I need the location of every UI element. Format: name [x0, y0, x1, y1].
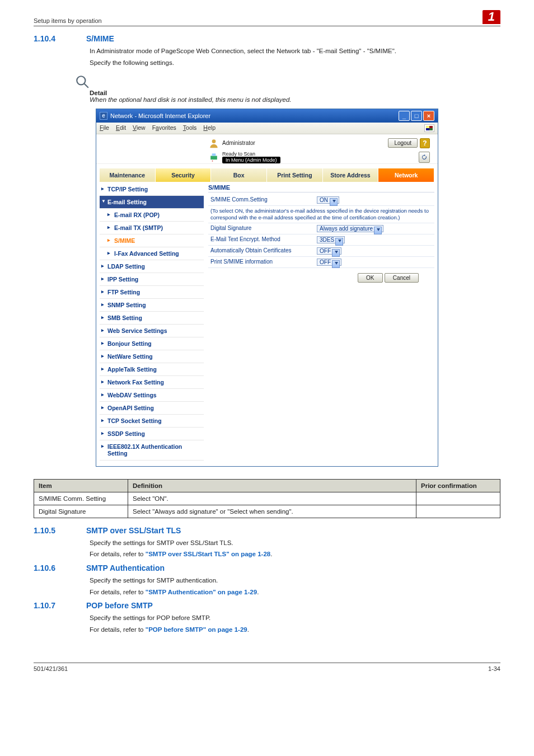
sidebar-item-smb[interactable]: SMB Setting — [100, 312, 204, 325]
tab-security[interactable]: Security — [156, 168, 212, 182]
menu-file[interactable]: File — [100, 124, 109, 132]
cross-ref-link[interactable]: "SMTP over SSL/Start TLS" on page 1-28 — [146, 551, 271, 557]
smime-comm-select[interactable]: ON — [317, 196, 339, 204]
section-number: 1.10.4 — [34, 34, 69, 43]
sidebar-item-bonjour[interactable]: Bonjour Setting — [100, 337, 204, 350]
section-title: S/MIME — [86, 34, 114, 43]
cfg-label: S/MIME Comm.Setting — [208, 195, 315, 206]
svg-point-5 — [212, 160, 213, 161]
header-left: Setup items by operation — [34, 17, 102, 24]
sidebar-item-email-tx[interactable]: E-mail TX (SMTP) — [100, 222, 204, 234]
chapter-badge: 1 — [483, 10, 500, 24]
sidebar-item-ftp[interactable]: FTP Setting — [100, 286, 204, 299]
ie-throbber-icon — [424, 124, 434, 132]
tab-box[interactable]: Box — [211, 168, 267, 182]
section-1-10-5-heading: 1.10.5 SMTP over SSL/Start TLS — [34, 526, 500, 535]
ie-icon: e — [100, 112, 107, 120]
magnifier-icon — [75, 74, 90, 89]
cfg-label: Digital Signature — [208, 223, 315, 234]
sidebar-item-ipp[interactable]: IPP Setting — [100, 273, 204, 286]
minimize-button[interactable]: _ — [399, 111, 410, 121]
sidebar-item-ifax[interactable]: I-Fax Advanced Setting — [100, 247, 204, 260]
window-titlebar[interactable]: e Network - Microsoft Internet Explorer … — [96, 109, 438, 123]
sidebar-item-tcpip[interactable]: TCP/IP Setting — [100, 183, 204, 196]
ok-button[interactable]: OK — [358, 273, 382, 283]
footer-left: 501/421/361 — [34, 665, 68, 672]
sidebar-item-ieee8021x[interactable]: IEEE802.1X Authentication Setting — [100, 440, 204, 461]
svg-point-2 — [212, 139, 216, 143]
section-paragraph: For details, refer to "POP before SMTP" … — [90, 625, 500, 635]
sidebar-item-appletalk[interactable]: AppleTalk Setting — [100, 363, 204, 376]
cfg-note: (To select ON, the administrator's e-mai… — [208, 205, 434, 223]
svg-rect-3 — [210, 156, 217, 159]
section-1-10-6-heading: 1.10.6 SMTP Authentication — [34, 564, 500, 572]
refresh-button[interactable] — [419, 152, 430, 163]
section-number: 1.10.7 — [34, 601, 69, 610]
section-paragraph: For details, refer to "SMTP over SSL/Sta… — [90, 550, 500, 559]
cross-ref-link[interactable]: "POP before SMTP" on page 1-29 — [146, 626, 247, 633]
svg-rect-4 — [212, 153, 216, 156]
section-paragraph: In Administrator mode of PageScope Web C… — [90, 46, 500, 56]
page-footer: 501/421/361 1-34 — [34, 663, 500, 672]
sidebar-item-webservice[interactable]: Web Service Settings — [100, 325, 204, 337]
sidebar-item-email[interactable]: E-mail Setting — [100, 196, 204, 209]
logout-button[interactable]: Logout — [388, 138, 418, 148]
table-row: Digital Signature Select "Always add sig… — [34, 505, 500, 518]
menu-help[interactable]: Help — [203, 124, 216, 132]
tab-store-address[interactable]: Store Address — [323, 168, 379, 182]
embedded-screenshot: e Network - Microsoft Internet Explorer … — [96, 109, 438, 467]
section-paragraph: Specify the settings for POP before SMTP… — [90, 613, 500, 623]
cancel-button[interactable]: Cancel — [385, 273, 419, 283]
section-title: SMTP Authentication — [86, 564, 165, 572]
th-definition: Definition — [128, 479, 416, 492]
sidebar-item-email-rx[interactable]: E-mail RX (POP) — [100, 209, 204, 222]
footer-right: 1-34 — [488, 665, 500, 672]
maximize-button[interactable]: □ — [411, 111, 422, 121]
auto-cert-select[interactable]: OFF — [317, 247, 341, 255]
tab-maintenance[interactable]: Maintenance — [100, 168, 156, 182]
th-item: Item — [34, 479, 128, 492]
close-button[interactable]: × — [423, 111, 434, 121]
section-paragraph: Specify the settings for SMTP authentica… — [90, 576, 500, 585]
cfg-label: Automatically Obtain Certificates — [208, 246, 315, 257]
table-row: S/MIME Comm. Setting Select "ON". — [34, 492, 500, 505]
sidebar-item-openapi[interactable]: OpenAPI Setting — [100, 402, 204, 415]
sidebar-item-webdav[interactable]: WebDAV Settings — [100, 389, 204, 402]
config-table: S/MIME Comm.Setting ON (To select ON, th… — [208, 195, 434, 269]
sidebar-item-networkfax[interactable]: Network Fax Setting — [100, 376, 204, 389]
menu-tools[interactable]: Tools — [183, 124, 197, 132]
cfg-label: E-Mail Text Encrypt. Method — [208, 234, 315, 246]
section-paragraph: Specify the settings for SMTP over SSL/S… — [90, 538, 500, 548]
panel-title: S/MIME — [208, 184, 434, 192]
sidebar-item-snmp[interactable]: SNMP Setting — [100, 299, 204, 312]
window-menubar[interactable]: File Edit View Favorites Tools Help — [96, 123, 438, 134]
section-title: POP before SMTP — [86, 601, 153, 610]
tab-network[interactable]: Network — [378, 168, 434, 182]
sidebar-item-ldap[interactable]: LDAP Setting — [100, 260, 204, 273]
detail-label: Detail — [90, 90, 500, 96]
digital-signature-select[interactable]: Always add signature — [317, 225, 383, 232]
svg-line-1 — [84, 83, 88, 88]
encrypt-method-select[interactable]: 3DES — [317, 236, 345, 243]
section-1-10-4-heading: 1.10.4 S/MIME — [34, 34, 500, 43]
sidebar-item-tcpsocket[interactable]: TCP Socket Setting — [100, 415, 204, 428]
cross-ref-link[interactable]: "SMTP Authentication" on page 1-29 — [146, 589, 257, 595]
sidebar-item-ssdp[interactable]: SSDP Setting — [100, 428, 204, 440]
page-header: Setup items by operation 1 — [34, 10, 500, 26]
menu-edit[interactable]: Edit — [116, 124, 126, 132]
tab-bar: Maintenance Security Box Print Setting S… — [100, 168, 434, 182]
menu-favorites[interactable]: Favorites — [152, 124, 176, 132]
section-1-10-7-heading: 1.10.7 POP before SMTP — [34, 601, 500, 610]
sidebar: TCP/IP Setting E-mail Setting E-mail RX … — [100, 182, 204, 461]
tab-print-setting[interactable]: Print Setting — [267, 168, 323, 182]
menu-view[interactable]: View — [133, 124, 146, 132]
section-paragraph: Specify the following settings. — [90, 58, 500, 68]
help-button[interactable]: ? — [420, 138, 430, 148]
definition-table: Item Definition Prior confirmation S/MIM… — [34, 479, 500, 518]
content-panel: S/MIME S/MIME Comm.Setting ON (To select… — [204, 182, 434, 461]
print-smime-select[interactable]: OFF — [317, 259, 341, 266]
sidebar-item-netware[interactable]: NetWare Setting — [100, 350, 204, 363]
cfg-label: Print S/MIME information — [208, 257, 315, 268]
administrator-label: Administrator — [222, 140, 255, 146]
sidebar-item-smime[interactable]: S/MIME — [100, 234, 204, 247]
